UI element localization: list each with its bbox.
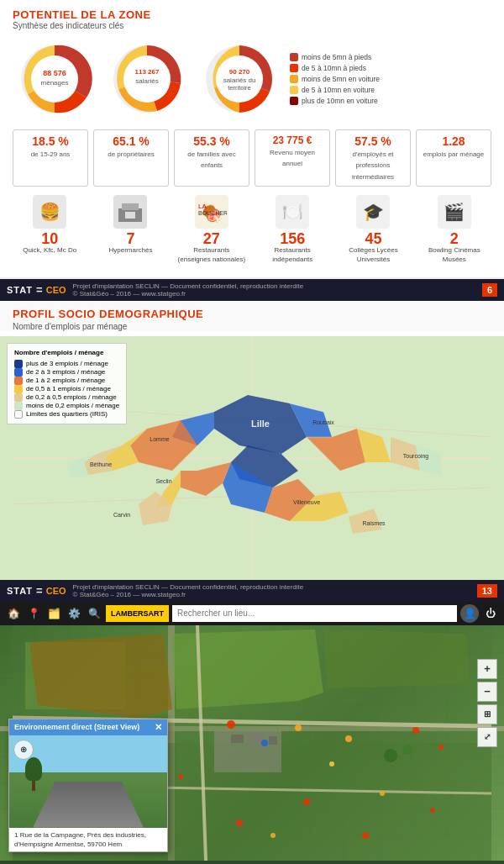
svg-rect-66: [231, 735, 244, 743]
sv-header: Environnement direct (Street View) ✕: [9, 719, 167, 735]
svg-point-91: [362, 832, 369, 839]
zoom-out-button[interactable]: −: [477, 682, 497, 702]
svg-point-88: [270, 833, 276, 838]
legend-item: moins de 5mn en voiture: [290, 75, 491, 83]
svg-text:113 267: 113 267: [135, 68, 160, 76]
place-icon-hypermarches: [113, 195, 147, 229]
svg-rect-68: [269, 736, 277, 745]
sv-content: ⊕: [9, 735, 167, 828]
section-profil: PROFIL SOCIO DEMOGRAPHIQUE Nombre d'empl…: [0, 301, 504, 580]
sv-title: Environnement direct (Street View): [14, 723, 139, 731]
stat-bar-info: Projet d'implantation SECLIN — Document …: [73, 282, 475, 298]
toolbar-zoom-icon[interactable]: 🔍: [86, 605, 102, 622]
stat-bar-page: 6: [482, 283, 497, 297]
place-icon-restaurant-nat: 🍖 LA BOUCHERIE: [195, 195, 228, 229]
place-icon-bowling: 🎬: [438, 195, 471, 229]
place-icon-fastfood: 🍔: [33, 195, 66, 229]
svg-point-78: [345, 735, 352, 742]
stat-bar-2: STAT = CEO Projet d'implantation SECLIN …: [0, 580, 504, 602]
sv-address: 1 Rue de la Campagne, Près des industrie…: [9, 828, 167, 851]
svg-text:Tourcoing: Tourcoing: [403, 453, 428, 460]
svg-point-79: [412, 727, 419, 734]
stat-proprietaires: 65.1 % de propriétaires: [93, 129, 169, 187]
svg-point-82: [329, 761, 334, 767]
sv-compass[interactable]: ⊕: [13, 740, 34, 760]
toolbar-home-icon[interactable]: 🏠: [5, 605, 22, 622]
map-legend: Nombre d'emplois / ménage plus de 3 empl…: [7, 343, 127, 424]
stat-employes: 57.5 % d'employés et professions intermé…: [335, 129, 411, 187]
svg-text:Seclin: Seclin: [155, 478, 171, 484]
aerial-toolbar: 🏠 📍 🗂️ ⚙️ 🔍 LAMBERSART 👤 ⏻: [0, 602, 504, 625]
donut-territoire: 90 270 salariés du territoire: [197, 37, 281, 121]
svg-text:Béthune: Béthune: [90, 461, 112, 467]
svg-text:LA: LA: [198, 203, 207, 210]
stat-age: 18.5 % de 15-29 ans: [13, 129, 88, 187]
stat-bar-page-2: 13: [477, 584, 497, 598]
section-subtitle: Synthèse des indicateurs clés: [13, 21, 491, 30]
stat-familles: 55.3 % de familles avec enfants: [174, 129, 249, 187]
legend-item: moins de 5mn à pieds: [290, 53, 491, 61]
donuts-row: 88 576 ménages 113 267 salariés: [13, 37, 491, 121]
profil-title: PROFIL SOCIO DEMOGRAPHIQUE: [13, 308, 491, 320]
stat-bar-1: STAT = CEO Projet d'implantation SECLIN …: [0, 279, 504, 301]
place-icon-ecoles: 🎓: [356, 195, 390, 229]
stat-emplois: 1.28 emplois par ménage: [416, 129, 491, 187]
section-profil-header: PROFIL SOCIO DEMOGRAPHIQUE Nombre d'empl…: [0, 301, 504, 331]
place-fastfood: 🍔 10 Quick, Kfc, Mc Do: [13, 195, 87, 255]
sv-road: [33, 782, 144, 828]
sv-close-button[interactable]: ✕: [155, 722, 162, 733]
zoom-in-button[interactable]: +: [477, 659, 497, 679]
svg-rect-16: [130, 212, 135, 219]
legend-item: de 5 à 10mn en voiture: [290, 86, 491, 94]
svg-text:territoire: territoire: [228, 84, 251, 92]
place-bowling: 🎬 2 Bowling Cinémas Musées: [417, 195, 491, 264]
toolbar-marker-icon[interactable]: 📍: [25, 605, 42, 622]
legend-color: [290, 75, 298, 83]
place-restaurants-nat: 🍖 LA BOUCHERIE 27 Restaurants(enseignes …: [175, 195, 249, 264]
legend-item: plus de 10mn en voiture: [290, 97, 491, 105]
svg-point-84: [303, 798, 310, 805]
svg-point-75: [295, 724, 302, 731]
stat-revenu: 23 775 € Revenu moyen annuel: [255, 129, 330, 187]
donut-legend: moins de 5mn à pieds de 5 à 10mn à pieds…: [290, 53, 491, 105]
svg-text:88 576: 88 576: [43, 69, 66, 77]
svg-point-81: [438, 745, 444, 750]
svg-rect-15: [125, 212, 130, 219]
map-controls: + − ⊞ ⤢: [477, 659, 497, 747]
svg-text:Roubaix: Roubaix: [312, 419, 334, 425]
svg-text:Lille: Lille: [251, 419, 270, 429]
toolbar-layers-icon[interactable]: 🗂️: [45, 605, 62, 622]
map-layers-button[interactable]: ⊞: [477, 704, 497, 724]
svg-point-83: [178, 774, 183, 779]
search-input[interactable]: [172, 605, 457, 622]
svg-text:salariés: salariés: [135, 77, 159, 85]
svg-marker-59: [172, 630, 323, 709]
legend-color: [290, 97, 298, 105]
donut-salaries: 113 267 salariés: [105, 37, 189, 121]
toolbar-power-icon[interactable]: ⏻: [482, 605, 499, 622]
toolbar-settings-icon[interactable]: ⚙️: [66, 605, 82, 622]
svg-point-72: [384, 749, 397, 762]
legend-color: [290, 53, 298, 61]
svg-point-90: [430, 808, 435, 813]
place-ecoles: 🎓 45 Collèges Lycées Universités: [336, 195, 410, 264]
svg-text:Carvin: Carvin: [113, 512, 130, 518]
place-icon-restaurant-ind: 🍽️: [276, 195, 309, 229]
svg-point-74: [227, 720, 235, 729]
profile-map[interactable]: Lille Lomme Roubaix Seclin Villeneuve Bé…: [0, 336, 504, 580]
toolbar-commune: LAMBERSART: [106, 605, 169, 622]
svg-point-73: [402, 745, 412, 755]
donut-menages: 88 576 ménages: [13, 37, 97, 121]
svg-marker-60: [323, 630, 470, 688]
aerial-map-view[interactable]: Environnement direct (Street View) ✕ ⊕ 1…: [0, 625, 504, 861]
map-fullscreen-button[interactable]: ⤢: [477, 727, 497, 747]
svg-text:Villeneuve: Villeneuve: [293, 499, 320, 505]
places-row: 🍔 10 Quick, Kfc, Mc Do 7 Hypermarchés 🍖 …: [13, 195, 491, 271]
toolbar-user-icon[interactable]: 👤: [460, 604, 479, 623]
sv-tree: [25, 757, 42, 791]
stat-bar-logo: STAT = CEO: [7, 283, 66, 296]
svg-rect-14: [122, 203, 139, 210]
stat-bar-info-2: Projet d'implantation SECLIN — Document …: [73, 583, 470, 598]
street-view-popup[interactable]: Environnement direct (Street View) ✕ ⊕ 1…: [8, 719, 168, 852]
section-aerial: 🏠 📍 🗂️ ⚙️ 🔍 LAMBERSART 👤 ⏻: [0, 602, 504, 864]
